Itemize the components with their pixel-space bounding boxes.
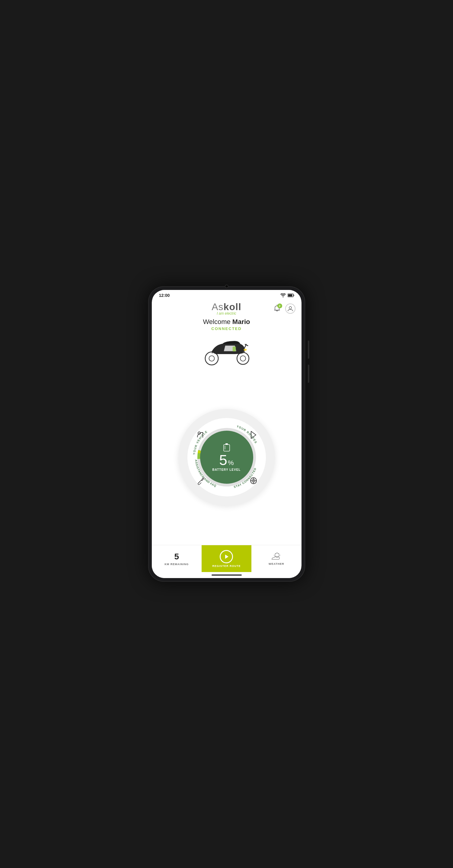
- bottom-bar: 5 KM REMAINING REGISTER ROUTE: [152, 545, 302, 572]
- svg-point-13: [243, 349, 247, 351]
- weather-icon: [271, 552, 282, 561]
- play-icon: [223, 553, 230, 560]
- weather-item[interactable]: WEATHER: [251, 545, 301, 572]
- svg-marker-32: [225, 555, 228, 559]
- status-bar: 12:00: [152, 290, 302, 299]
- username: Mario: [232, 318, 250, 326]
- phone-frame: 12:00 Askoll: [148, 286, 305, 582]
- connection-status: CONNECTED: [152, 327, 302, 331]
- register-route-label: REGISTER ROUTE: [212, 564, 240, 567]
- svg-marker-25: [251, 431, 256, 438]
- svg-line-11: [211, 352, 214, 353]
- nav-item-assistance[interactable]: [196, 475, 206, 487]
- camera: [225, 284, 228, 288]
- wheel-container: 5 % BATTERY LEVEL YOUR VEHICLE: [178, 409, 275, 505]
- home-bar: [211, 575, 242, 576]
- status-icons: [280, 293, 294, 298]
- plug-icon: [249, 476, 258, 486]
- svg-line-41: [275, 553, 276, 554]
- nav-item-routes[interactable]: [249, 430, 258, 441]
- weather-label: WEATHER: [268, 562, 284, 565]
- power-button: [308, 365, 309, 383]
- greeting: Welcome: [203, 318, 230, 326]
- status-time: 12:00: [159, 293, 170, 298]
- routes-icon: [249, 430, 258, 440]
- register-route-button[interactable]: REGISTER ROUTE: [202, 545, 251, 572]
- svg-line-38: [279, 553, 279, 554]
- register-route-icon: [220, 550, 233, 563]
- svg-rect-12: [232, 347, 236, 351]
- notification-badge: 2: [277, 304, 282, 308]
- km-label: KM REMAINING: [165, 563, 189, 566]
- app-logo: Askoll I am electric: [211, 301, 241, 315]
- nav-item-connected[interactable]: [249, 476, 258, 487]
- nav-labels: YOUR VEHICLE YOUR ROUTES ASSISTANCE AND …: [178, 409, 275, 505]
- scooter-svg: [199, 336, 254, 366]
- nav-item-vehicle[interactable]: [195, 430, 205, 441]
- wifi-icon: [280, 293, 286, 298]
- svg-point-3: [289, 307, 291, 309]
- wrench-icon: [196, 475, 206, 486]
- scooter-image: [152, 332, 302, 371]
- app-header: Askoll I am electric 2: [152, 299, 302, 317]
- notifications-button[interactable]: 2: [272, 304, 282, 314]
- svg-rect-2: [288, 294, 292, 297]
- wheel-navigation: 5 % BATTERY LEVEL YOUR VEHICLE: [152, 371, 302, 544]
- km-remaining-item: 5 KM REMAINING: [152, 545, 202, 572]
- logo-text: Askoll: [211, 301, 241, 313]
- svg-point-6: [237, 352, 249, 365]
- svg-rect-1: [293, 295, 294, 296]
- svg-point-7: [240, 355, 246, 361]
- battery-status-icon: [288, 293, 294, 297]
- vehicle-icon: [195, 430, 205, 440]
- phone-screen: 12:00 Askoll: [152, 290, 302, 578]
- svg-point-5: [209, 355, 214, 361]
- welcome-text: Welcome Mario: [152, 318, 302, 326]
- user-icon: [287, 306, 293, 312]
- profile-button[interactable]: [285, 304, 295, 314]
- home-indicator: [152, 572, 302, 578]
- welcome-section: Welcome Mario CONNECTED: [152, 317, 302, 332]
- header-actions: 2: [272, 304, 295, 314]
- km-value: 5: [174, 552, 179, 561]
- volume-button: [308, 341, 309, 359]
